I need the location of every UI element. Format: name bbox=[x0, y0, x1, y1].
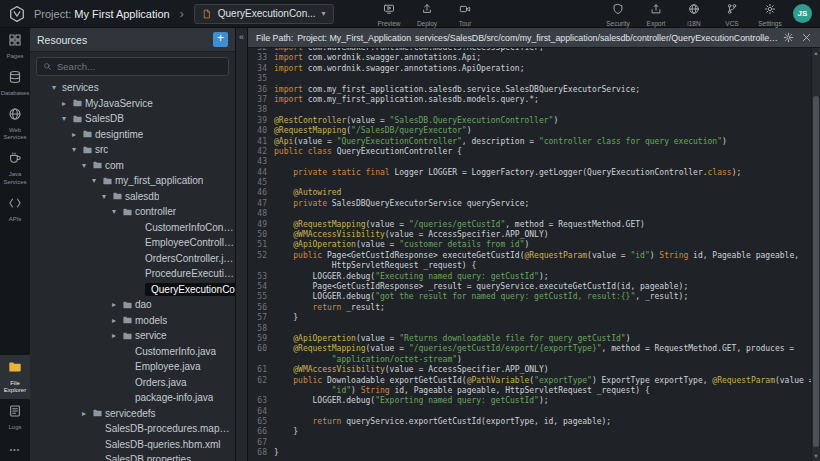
caret-down-icon[interactable]: ▾ bbox=[102, 192, 112, 201]
rail-item-logs[interactable]: Logs bbox=[0, 399, 30, 436]
topbar-action-export[interactable]: Export bbox=[642, 1, 670, 27]
line-number: 61 bbox=[248, 365, 274, 375]
line-number: 52 bbox=[248, 251, 274, 261]
rail-item-apis[interactable]: APIs bbox=[0, 191, 30, 228]
tree-item-service[interactable]: ▸service bbox=[30, 328, 235, 344]
close-file-icon[interactable] bbox=[801, 32, 812, 43]
open-file-dropdown[interactable]: QueryExecutionCon... ▾ bbox=[194, 4, 334, 24]
line-number: 50 bbox=[248, 230, 274, 240]
chevron-right-icon: › bbox=[180, 7, 184, 21]
tree-item-src[interactable]: ▾src bbox=[30, 142, 235, 158]
code-line: 54 Page<GetCustIdResponse> _result = que… bbox=[248, 282, 811, 292]
user-avatar[interactable]: JS bbox=[793, 4, 812, 23]
file-settings-gear-icon[interactable] bbox=[783, 32, 794, 43]
code-line: 37import com.my_first_application.salesd… bbox=[248, 95, 811, 105]
caret-down-icon[interactable]: ▾ bbox=[82, 161, 92, 170]
tree-item-services[interactable]: ▾services bbox=[30, 80, 235, 96]
tree-item-queryexecutioncontroller-java[interactable]: QueryExecutionController.java bbox=[30, 282, 235, 298]
scroll-up-icon[interactable]: ▲ bbox=[812, 48, 820, 58]
tree-item-salesdb-properties[interactable]: SalesDB.properties bbox=[30, 452, 235, 461]
open-file-dropdown-label: QueryExecutionCon... bbox=[218, 8, 316, 19]
tree-item-label: EmployeeController.java bbox=[145, 237, 235, 248]
add-resource-button[interactable]: + bbox=[213, 32, 228, 47]
topbar-action-label: Settings bbox=[758, 20, 782, 27]
caret-down-icon[interactable]: ▾ bbox=[72, 145, 82, 154]
file-path-project: Project: My_First_Application bbox=[297, 33, 411, 43]
tree-item-label: SalesDB-queries.hbm.xml bbox=[105, 439, 221, 450]
topbar: Project: My First Application › QueryExe… bbox=[0, 0, 820, 28]
tree-item-salesdb[interactable]: ▾salesdb bbox=[30, 189, 235, 205]
editor-scrollbar[interactable]: ▲ ▼ bbox=[811, 48, 820, 461]
tree-item-procedureexecutioncontroller-java[interactable]: ProcedureExecutionController.java bbox=[30, 266, 235, 282]
globe-icon bbox=[688, 1, 700, 19]
topbar-action-tour[interactable]: Tour bbox=[451, 1, 479, 27]
tree-item-label: Employee.java bbox=[135, 361, 201, 372]
caret-right-icon[interactable]: ▸ bbox=[112, 300, 122, 309]
caret-right-icon[interactable]: ▸ bbox=[112, 316, 122, 325]
rail-item-file-explorer[interactable]: File Explorer bbox=[0, 355, 30, 400]
caret-down-icon[interactable]: ▾ bbox=[112, 207, 122, 216]
topbar-action-preview[interactable]: Preview bbox=[375, 1, 403, 27]
topbar-right-zone: Security Export i18N VCS Settings JS bbox=[604, 0, 812, 28]
caret-right-icon[interactable]: ▸ bbox=[112, 331, 122, 340]
resources-header: Resources + bbox=[30, 28, 235, 52]
tree-item-orders-java[interactable]: Orders.java bbox=[30, 375, 235, 391]
rail-item-java-services[interactable]: Java Services bbox=[0, 146, 30, 191]
line-number bbox=[248, 355, 274, 365]
code-line: 64 bbox=[248, 407, 811, 417]
tree-item-designtime[interactable]: ▸designtime bbox=[30, 127, 235, 143]
tree-item-salesdb-procedures-mappings-json[interactable]: SalesDB-procedures.mappings.json bbox=[30, 421, 235, 437]
search-input[interactable] bbox=[57, 61, 222, 72]
line-number: 65 bbox=[248, 417, 274, 427]
caret-right-icon[interactable]: ▸ bbox=[62, 99, 72, 108]
tree-item-servicedefs[interactable]: ▸servicedefs bbox=[30, 406, 235, 422]
collapse-panel-icon[interactable]: « bbox=[239, 32, 244, 42]
caret-right-icon[interactable]: ▸ bbox=[72, 130, 82, 139]
tree-item-label: QueryExecutionController.java bbox=[145, 283, 235, 296]
tree-item-orderscontroller-java[interactable]: OrdersController.java bbox=[30, 251, 235, 267]
tree-item-com[interactable]: ▾com bbox=[30, 158, 235, 174]
app-logo-icon[interactable] bbox=[8, 5, 26, 23]
tree-item-myjavaservice[interactable]: ▸MyJavaService bbox=[30, 96, 235, 112]
more-options-icon[interactable]: ••• bbox=[0, 436, 30, 461]
code-line: 63 LOGGER.debug("Exporting named query: … bbox=[248, 396, 811, 406]
topbar-action-settings[interactable]: Settings bbox=[756, 1, 784, 27]
rail-item-web-services[interactable]: Web Services bbox=[0, 102, 30, 147]
code-editor[interactable]: 32import com.wavemaker.runtime.com.model… bbox=[248, 48, 820, 461]
rail-item-pages[interactable]: Pages bbox=[0, 28, 30, 65]
tree-item-my-first-application[interactable]: ▾my_first_application bbox=[30, 173, 235, 189]
rail-item-databases[interactable]: Databases bbox=[0, 65, 30, 102]
scrollbar-thumb[interactable] bbox=[813, 96, 819, 447]
project-prefix: Project: bbox=[34, 8, 71, 20]
topbar-action-i18n[interactable]: i18N bbox=[680, 1, 708, 27]
search-box[interactable] bbox=[36, 57, 229, 76]
tree-item-customerinfo-java[interactable]: CustomerInfo.java bbox=[30, 344, 235, 360]
line-number: 38 bbox=[248, 105, 274, 115]
tree-item-employeecontroller-java[interactable]: EmployeeController.java bbox=[30, 235, 235, 251]
tree-item-employee-java[interactable]: Employee.java bbox=[30, 359, 235, 375]
caret-down-icon[interactable]: ▾ bbox=[52, 83, 62, 92]
deploy-icon bbox=[421, 1, 433, 19]
tree-item-package-info-java[interactable]: package-info.java bbox=[30, 390, 235, 406]
tree-item-salesdb-queries-hbm-xml[interactable]: SalesDB-queries.hbm.xml bbox=[30, 437, 235, 453]
tree-item-controller[interactable]: ▾controller bbox=[30, 204, 235, 220]
caret-right-icon[interactable]: ▸ bbox=[82, 409, 92, 418]
topbar-action-vcs[interactable]: VCS bbox=[718, 1, 746, 27]
tree-item-models[interactable]: ▸models bbox=[30, 313, 235, 329]
caret-down-icon[interactable]: ▾ bbox=[62, 114, 72, 123]
api-icon bbox=[8, 196, 22, 214]
topbar-action-deploy[interactable]: Deploy bbox=[413, 1, 441, 27]
topbar-action-label: VCS bbox=[725, 20, 738, 27]
tree-item-label: dao bbox=[135, 299, 152, 310]
file-path-value: services/SalesDB/src/com/my_first_applic… bbox=[415, 33, 779, 43]
topbar-action-label: Tour bbox=[459, 20, 472, 27]
tree-item-customerinfocontroller-java[interactable]: CustomerInfoController.java bbox=[30, 220, 235, 236]
topbar-action-security[interactable]: Security bbox=[604, 1, 632, 27]
search-wrap bbox=[30, 52, 235, 80]
tree-item-dao[interactable]: ▸dao bbox=[30, 297, 235, 313]
tree-item-salesdb[interactable]: ▾SalesDB bbox=[30, 111, 235, 127]
code-line: 65 return queryService.exportGetCustId(e… bbox=[248, 417, 811, 427]
caret-down-icon[interactable]: ▾ bbox=[92, 176, 102, 185]
tree-item-label: ProcedureExecutionController.java bbox=[145, 268, 235, 279]
scroll-down-icon[interactable]: ▼ bbox=[812, 451, 820, 461]
